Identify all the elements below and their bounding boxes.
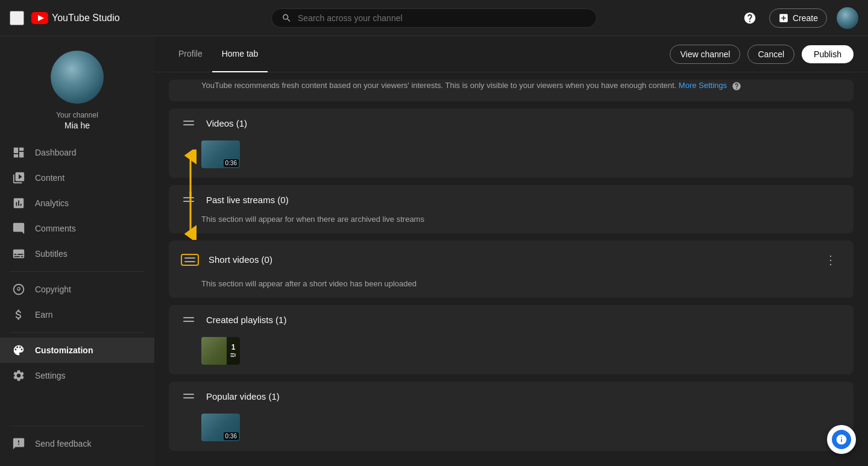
section-short-videos-subtitle: This section will appear after a short v… [169, 279, 854, 298]
section-videos-drag-handle[interactable] [181, 118, 197, 128]
section-playlists-header: Created playlists (1) [169, 305, 854, 335]
sections-container: YouTube recommends fresh content based o… [154, 80, 868, 466]
channel-label: Your channel [56, 111, 98, 119]
customization-label: Customization [35, 345, 93, 355]
playlist-count-overlay: 1 [227, 337, 240, 365]
section-popular-videos-header: Popular videos (1) [169, 382, 854, 411]
youtube-logo-icon [31, 12, 48, 24]
publish-button[interactable]: Publish [802, 45, 854, 63]
search-bar [130, 8, 738, 28]
section-past-live-subtitle: This section will appear for when there … [169, 215, 854, 233]
copyright-icon [12, 283, 25, 296]
nav-items: Dashboard Content Analytics Comments [0, 140, 154, 416]
section-past-live-drag-handle[interactable] [181, 195, 197, 204]
section-popular-videos-title: Popular videos (1) [206, 391, 841, 401]
create-icon [778, 13, 789, 24]
support-fab-icon [832, 430, 851, 449]
content-icon [12, 171, 25, 184]
video-duration: 0:36 [224, 159, 239, 167]
feedback-icon [12, 437, 25, 450]
customization-icon [12, 344, 25, 357]
section-short-videos: Short videos (0) ⋮ This section will app… [169, 241, 854, 298]
sidebar-item-send-feedback[interactable]: Send feedback [0, 431, 154, 456]
app-name: YouTube Studio [52, 13, 120, 24]
section-past-live-title: Past live streams (0) [206, 195, 841, 205]
section-past-live: Past live streams (0) This section will … [169, 185, 854, 233]
section-playlists-drag-handle[interactable] [181, 315, 197, 324]
section-short-videos-title: Short videos (0) [209, 254, 810, 265]
section-short-videos-drag-handle[interactable] [181, 254, 199, 266]
comments-label: Comments [35, 224, 76, 233]
view-channel-button[interactable]: View channel [670, 45, 740, 64]
help-button[interactable] [740, 8, 760, 28]
comments-icon [12, 222, 25, 235]
sidebar-item-subtitles[interactable]: Subtitles [0, 241, 154, 266]
channel-avatar-image [51, 51, 104, 104]
channel-avatar[interactable] [51, 51, 104, 104]
analytics-icon [12, 197, 25, 210]
playlist-count: 1 [231, 343, 236, 351]
sidebar-bottom: Send feedback [0, 416, 154, 466]
sidebar-divider-3 [10, 426, 145, 426]
more-settings-link[interactable]: More Settings [679, 81, 727, 90]
settings-label: Settings [35, 371, 66, 380]
topbar: YouTube Studio Create [0, 0, 868, 36]
support-icon [835, 433, 848, 446]
header-actions: View channel Cancel Publish [670, 45, 854, 64]
section-popular-videos: Popular videos (1) 0:36 [169, 382, 854, 451]
popular-video-duration: 0:36 [224, 432, 239, 440]
section-videos-content: 0:36 [169, 138, 854, 178]
sidebar: Your channel Mia he Dashboard Content An… [0, 36, 154, 466]
section-playlists-title: Created playlists (1) [206, 315, 841, 325]
section-videos-row: 0:36 [201, 140, 841, 168]
sidebar-item-settings[interactable]: Settings [0, 363, 154, 388]
search-input[interactable] [298, 13, 587, 23]
sidebar-item-comments[interactable]: Comments [0, 216, 154, 241]
video-thumbnail: 0:36 [201, 140, 240, 168]
analytics-label: Analytics [35, 198, 69, 208]
section-videos-title: Videos (1) [206, 118, 841, 128]
page-tabs: Profile Home tab [169, 36, 670, 72]
section-playlists-row: 1 [201, 337, 841, 365]
help-circle-icon [732, 81, 741, 91]
main-content: Profile Home tab View channel Cancel Pub… [154, 36, 868, 466]
sidebar-divider-2 [10, 332, 145, 333]
send-feedback-label: Send feedback [35, 439, 91, 449]
create-label: Create [793, 13, 818, 23]
sidebar-item-earn[interactable]: Earn [0, 302, 154, 327]
search-icon [281, 13, 292, 24]
playlist-thumbnail: 1 [201, 337, 240, 365]
avatar[interactable] [837, 7, 858, 29]
sidebar-item-analytics[interactable]: Analytics [0, 190, 154, 216]
section-popular-videos-row: 0:36 [201, 414, 841, 441]
content-label: Content [35, 173, 64, 183]
section-videos-header: Videos (1) [169, 109, 854, 138]
section-past-live-header: Past live streams (0) [169, 185, 854, 215]
cancel-button[interactable]: Cancel [747, 45, 794, 64]
support-fab[interactable] [827, 425, 856, 454]
section-popular-videos-drag-handle[interactable] [181, 391, 197, 401]
earn-label: Earn [35, 310, 53, 320]
sidebar-item-customization[interactable]: Customization [0, 338, 154, 363]
help-icon [743, 11, 756, 25]
tab-home-tab[interactable]: Home tab [212, 36, 268, 72]
menu-button[interactable] [10, 11, 24, 25]
earn-icon [12, 308, 25, 321]
sidebar-item-content[interactable]: Content [0, 165, 154, 190]
channel-name: Mia he [64, 121, 90, 130]
avatar-image [837, 7, 858, 29]
dashboard-label: Dashboard [35, 148, 77, 157]
subtitles-label: Subtitles [35, 249, 68, 259]
section-playlists: Created playlists (1) 1 [169, 305, 854, 374]
playlist-icon [230, 351, 237, 359]
sidebar-item-copyright[interactable]: Copyright [0, 277, 154, 302]
section-recommended: YouTube recommends fresh content based o… [169, 80, 854, 101]
search-input-wrap[interactable] [271, 8, 597, 28]
sidebar-item-dashboard[interactable]: Dashboard [0, 140, 154, 165]
section-short-videos-more-button[interactable]: ⋮ [820, 250, 841, 269]
playlist-thumbnail-container: 1 [201, 337, 240, 365]
create-button[interactable]: Create [769, 8, 827, 28]
section-popular-videos-content: 0:36 [169, 411, 854, 451]
logo-container: YouTube Studio [31, 12, 120, 24]
tab-profile[interactable]: Profile [169, 36, 212, 72]
